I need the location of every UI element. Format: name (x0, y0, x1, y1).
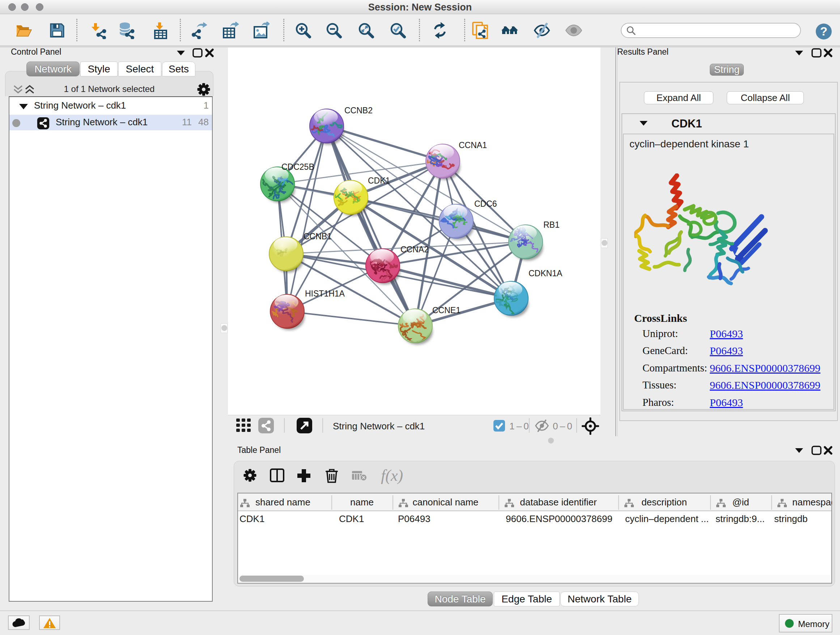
svg-text:CDKN1A: CDKN1A (529, 269, 562, 278)
svg-text:CCNA2: CCNA2 (401, 245, 429, 254)
svg-text:CCNB1: CCNB1 (303, 232, 332, 241)
svg-text:CDC6: CDC6 (474, 199, 497, 209)
svg-text:CCNE1: CCNE1 (432, 306, 461, 315)
svg-text:CCNA1: CCNA1 (459, 141, 487, 150)
svg-text:RB1: RB1 (543, 220, 560, 230)
svg-text:CCNB2: CCNB2 (344, 106, 373, 115)
svg-text:CDC25B: CDC25B (281, 162, 314, 172)
svg-text:CDK1: CDK1 (368, 176, 390, 185)
svg-text:HIST1H1A: HIST1H1A (305, 289, 345, 298)
